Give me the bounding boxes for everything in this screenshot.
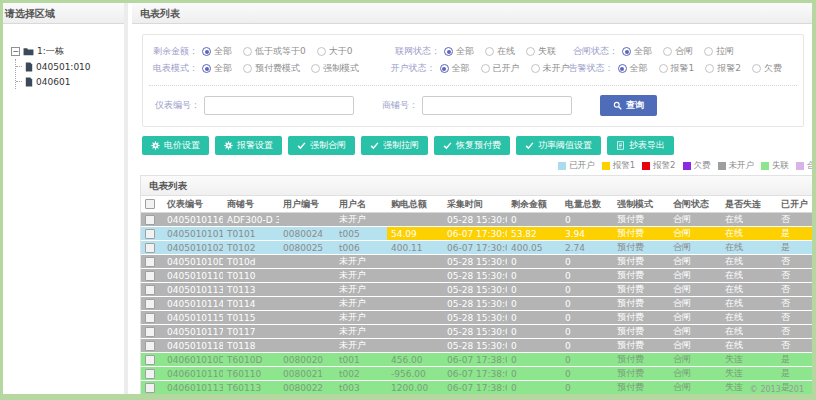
- query-button[interactable]: 查询: [600, 95, 657, 116]
- radio-icon[interactable]: [311, 64, 320, 73]
- radio-option[interactable]: 大于0: [317, 45, 353, 58]
- radio-selected-icon[interactable]: [618, 64, 627, 73]
- meter-no-input[interactable]: [204, 96, 354, 115]
- radio-option[interactable]: 全部: [444, 45, 474, 58]
- radio-option-label: 在线: [497, 45, 515, 58]
- column-header: 剩余金额: [507, 196, 561, 213]
- row-checkbox[interactable]: [145, 257, 155, 267]
- table-row[interactable]: 0405010110T0110未开户05-28 15:30:0000预付费合闸在…: [141, 269, 812, 283]
- table-row[interactable]: 0406010110T601100080021t002-956.0006-07 …: [141, 367, 812, 381]
- tree-leaf-node[interactable]: 040601: [26, 74, 120, 89]
- row-checkbox[interactable]: [145, 285, 155, 295]
- radio-icon[interactable]: [752, 64, 761, 73]
- radio-selected-icon[interactable]: [444, 47, 453, 56]
- radio-option[interactable]: 预付费模式: [243, 62, 300, 75]
- radio-option[interactable]: 报警1: [659, 62, 695, 75]
- row-checkbox-cell[interactable]: [141, 339, 163, 353]
- action-button-5[interactable]: 功率阈值设置: [516, 136, 601, 155]
- row-checkbox[interactable]: [145, 215, 155, 225]
- action-button-3[interactable]: 强制拉闸: [361, 136, 428, 155]
- table-row[interactable]: 0405010114T0114未开户05-28 15:30:0000预付费合闸在…: [141, 297, 812, 311]
- row-checkbox[interactable]: [145, 243, 155, 253]
- radio-icon[interactable]: [485, 47, 494, 56]
- table-row[interactable]: 0405010117T0117未开户05-28 15:30:0000预付费合闸在…: [141, 325, 812, 339]
- radio-icon[interactable]: [705, 64, 714, 73]
- row-checkbox-cell[interactable]: [141, 283, 163, 297]
- action-button-0[interactable]: 电价设置: [142, 136, 209, 155]
- radio-icon[interactable]: [317, 47, 326, 56]
- row-checkbox[interactable]: [145, 355, 155, 365]
- row-checkbox-cell[interactable]: [141, 325, 163, 339]
- radio-option[interactable]: 未开户: [531, 62, 570, 75]
- row-checkbox-cell[interactable]: [141, 311, 163, 325]
- radio-option[interactable]: 已开户: [481, 62, 520, 75]
- radio-option[interactable]: 欠费: [752, 62, 782, 75]
- row-checkbox-cell[interactable]: [141, 297, 163, 311]
- shop-no-input[interactable]: [422, 96, 572, 115]
- radio-icon[interactable]: [704, 47, 713, 56]
- radio-option[interactable]: 全部: [622, 45, 652, 58]
- radio-option[interactable]: 失联: [526, 45, 556, 58]
- radio-option[interactable]: 全部: [202, 62, 232, 75]
- sidebar: 请选择区域 − 1:一栋 040501:010040601: [3, 3, 128, 394]
- export-readings-button[interactable]: 抄表导出: [607, 136, 674, 155]
- table-row[interactable]: 0405010102T01020080025t006400.1106-07 17…: [141, 241, 812, 255]
- table-row[interactable]: 0405010113T0113未开户05-28 15:30:0000预付费合闸在…: [141, 283, 812, 297]
- action-button-2[interactable]: 强制合闸: [288, 136, 355, 155]
- radio-icon[interactable]: [481, 64, 490, 73]
- tree-collapse-icon[interactable]: −: [11, 47, 20, 56]
- row-checkbox[interactable]: [145, 369, 155, 379]
- row-checkbox-cell[interactable]: [141, 255, 163, 269]
- radio-option[interactable]: 报警2: [705, 62, 741, 75]
- table-row[interactable]: 0405010116ADF300-D 3未开户05-28 15:30:0000预…: [141, 213, 812, 227]
- select-all-checkbox[interactable]: [145, 199, 155, 209]
- table-row[interactable]: 040501010DT010d未开户05-28 15:30:0000预付费合闸在…: [141, 255, 812, 269]
- radio-icon[interactable]: [526, 47, 535, 56]
- table-row[interactable]: 0405010118T0118未开户05-28 15:30:0000预付费合闸在…: [141, 339, 812, 353]
- table-cell: [387, 325, 443, 339]
- table-cell: 05-28 15:30:00: [443, 297, 507, 311]
- row-checkbox-cell[interactable]: [141, 227, 163, 241]
- row-checkbox-cell[interactable]: [141, 213, 163, 227]
- action-button-4[interactable]: 恢复预付费: [434, 136, 510, 155]
- radio-icon[interactable]: [243, 64, 252, 73]
- radio-option[interactable]: 全部: [440, 62, 470, 75]
- radio-option[interactable]: 拉闸: [704, 45, 734, 58]
- radio-option[interactable]: 在线: [485, 45, 515, 58]
- row-checkbox[interactable]: [145, 341, 155, 351]
- radio-selected-icon[interactable]: [202, 64, 211, 73]
- row-checkbox-cell[interactable]: [141, 367, 163, 381]
- action-button-1[interactable]: 报警设置: [215, 136, 282, 155]
- row-checkbox[interactable]: [145, 313, 155, 323]
- radio-option[interactable]: 全部: [202, 45, 232, 58]
- radio-icon[interactable]: [659, 64, 668, 73]
- legend-label: 报警1: [613, 160, 635, 172]
- table-cell: 05-28 15:30:00: [443, 213, 507, 227]
- tree-root-node[interactable]: − 1:一栋: [11, 44, 120, 59]
- table-row[interactable]: 0405010115T0115未开户05-28 15:30:0000预付费合闸在…: [141, 311, 812, 325]
- row-checkbox[interactable]: [145, 271, 155, 281]
- radio-option[interactable]: 低于或等于0: [243, 45, 306, 58]
- row-checkbox-cell[interactable]: [141, 269, 163, 283]
- table-row[interactable]: 040601010DT6010D0080020t001456.0006-07 1…: [141, 353, 812, 367]
- radio-selected-icon[interactable]: [622, 47, 631, 56]
- row-checkbox-cell[interactable]: [141, 353, 163, 367]
- table-row[interactable]: 0405010101T01010080024t00554.0906-07 17:…: [141, 227, 812, 241]
- radio-option[interactable]: 强制模式: [311, 62, 359, 75]
- radio-icon[interactable]: [243, 47, 252, 56]
- row-checkbox-cell[interactable]: [141, 381, 163, 395]
- row-checkbox-cell[interactable]: [141, 241, 163, 255]
- radio-icon[interactable]: [531, 64, 540, 73]
- row-checkbox[interactable]: [145, 229, 155, 239]
- row-checkbox[interactable]: [145, 299, 155, 309]
- table-cell: 05-28 15:30:00: [443, 325, 507, 339]
- row-checkbox[interactable]: [145, 327, 155, 337]
- radio-selected-icon[interactable]: [440, 64, 449, 73]
- radio-option[interactable]: 全部: [618, 62, 648, 75]
- table-row[interactable]: 0406010113T601130080022t0031200.0006-07 …: [141, 381, 812, 395]
- row-checkbox[interactable]: [145, 383, 155, 393]
- radio-option[interactable]: 合闸: [663, 45, 693, 58]
- radio-icon[interactable]: [663, 47, 672, 56]
- radio-selected-icon[interactable]: [202, 47, 211, 56]
- tree-leaf-node[interactable]: 040501:010: [26, 59, 120, 74]
